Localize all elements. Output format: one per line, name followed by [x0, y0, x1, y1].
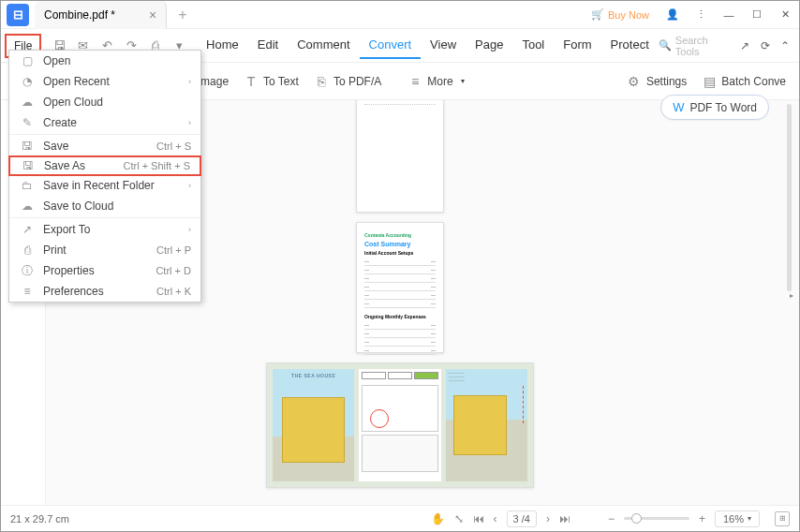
chevron-right-icon: ›: [188, 225, 191, 234]
add-tab-button[interactable]: +: [178, 7, 186, 23]
batch-conve-icon: ▤: [702, 74, 717, 89]
pdf-to-word-label: PDF To Word: [689, 101, 757, 114]
menu-home[interactable]: Home: [197, 32, 248, 59]
next-page-button[interactable]: ›: [546, 512, 550, 525]
tool-more[interactable]: ≡More▾: [402, 70, 469, 93]
file-menu-open[interactable]: ▢Open: [9, 51, 200, 71]
menu-protect[interactable]: Protect: [601, 32, 659, 59]
to-text-icon: T: [244, 74, 259, 89]
tool-to-text[interactable]: TTo Text: [238, 70, 304, 93]
prev-page-button[interactable]: ‹: [494, 512, 497, 525]
title-bar: ⊟ Combine.pdf * × + 🛒 Buy Now 👤 ⋮ — ☐ ✕: [1, 1, 799, 29]
document-tab[interactable]: Combine.pdf * ×: [35, 1, 167, 29]
menu-form[interactable]: Form: [554, 32, 600, 59]
tool-settings[interactable]: ⚙Settings: [621, 70, 692, 93]
scroll-indicator-icon: ▸: [790, 291, 793, 300]
open-new-icon[interactable]: ↗: [734, 35, 755, 57]
tool-to-pdf-a[interactable]: ⎘To PDF/A: [308, 70, 387, 93]
menu-item-label: Open: [43, 54, 191, 67]
file-menu-preferences[interactable]: ≡PreferencesCtrl + K: [9, 281, 200, 302]
menu-item-label: Properties: [43, 264, 156, 277]
zoom-slider[interactable]: [624, 517, 689, 520]
file-menu-save-in-recent-folder[interactable]: 🗀Save in Recent Folder›: [9, 175, 200, 196]
fit-page-button[interactable]: ⊞: [775, 511, 790, 526]
zoom-value-select[interactable]: 16% ▾: [715, 510, 760, 527]
pdf-to-word-button[interactable]: W PDF To Word: [660, 95, 769, 120]
buy-now-button[interactable]: 🛒 Buy Now: [591, 8, 649, 21]
menu-item-label: Save As: [44, 159, 123, 172]
cloud-sync-icon[interactable]: ⟳: [755, 35, 776, 57]
menu-item-label: Preferences: [43, 285, 156, 298]
minimize-button[interactable]: —: [715, 1, 743, 29]
page2-section2: Ongoing Monthly Expenses: [364, 314, 436, 319]
tool-label: To Text: [263, 75, 299, 88]
to-pdf-a-icon: ⎘: [314, 74, 329, 89]
collapse-ribbon-icon[interactable]: ⌃: [775, 35, 795, 57]
menu-item-label: Open Recent: [43, 75, 188, 88]
file-menu-export-to[interactable]: ↗Export To›: [9, 219, 200, 240]
file-menu-properties[interactable]: ⓘPropertiesCtrl + D: [9, 260, 200, 281]
zoom-value: 16%: [723, 513, 744, 525]
keyboard-shortcut: Ctrl + S: [156, 140, 191, 152]
hand-tool-icon[interactable]: ✋: [431, 512, 445, 525]
tool-batch-conve[interactable]: ▤Batch Conve: [696, 70, 792, 93]
current-page: 3: [513, 513, 519, 525]
file-dropdown-menu: ▢Open◔Open Recent›☁Open Cloud✎Create›🖫Sa…: [8, 50, 201, 303]
properties-icon: ⓘ: [19, 263, 36, 279]
kebab-icon[interactable]: ⋮: [687, 1, 715, 29]
last-page-button[interactable]: ⏭: [559, 512, 570, 525]
page2-title: Cost Summary: [364, 241, 436, 247]
menu-convert[interactable]: Convert: [360, 32, 422, 59]
maximize-button[interactable]: ☐: [743, 1, 771, 29]
menu-item-label: Print: [43, 244, 156, 257]
file-menu-save-as[interactable]: 🖫Save AsCtrl + Shift + S: [8, 155, 201, 176]
zoom-thumb[interactable]: [631, 513, 642, 524]
user-icon[interactable]: 👤: [659, 1, 687, 29]
total-pages: /4: [522, 513, 530, 525]
menu-edit[interactable]: Edit: [248, 32, 288, 59]
buy-now-label: Buy Now: [608, 9, 649, 21]
tab-title: Combine.pdf *: [44, 8, 115, 22]
file-menu-save[interactable]: 🖫SaveCtrl + S: [9, 136, 200, 156]
menu-item-label: Create: [43, 116, 188, 129]
menu-item-label: Open Cloud: [43, 96, 191, 109]
export-to-icon: ↗: [19, 223, 36, 236]
save-in-recent-folder-icon: 🗀: [19, 179, 36, 192]
file-menu-save-to-cloud[interactable]: ☁Save to Cloud: [9, 196, 200, 216]
close-window-button[interactable]: ✕: [771, 1, 799, 29]
zoom-in-button[interactable]: +: [699, 512, 705, 525]
file-menu-print[interactable]: ⎙PrintCtrl + P: [9, 240, 200, 260]
menu-tool[interactable]: Tool: [512, 32, 554, 59]
page-indicator[interactable]: 3 /4: [507, 510, 537, 527]
first-page-button[interactable]: ⏮: [473, 512, 484, 525]
menu-comment[interactable]: Comment: [288, 32, 359, 59]
file-menu-open-recent[interactable]: ◔Open Recent›: [9, 71, 200, 92]
close-tab-icon[interactable]: ×: [149, 7, 156, 22]
status-bar: 21 x 29.7 cm ✋ ⤡ ⏮ ‹ 3 /4 › ⏭ − + 16% ▾ …: [1, 505, 799, 531]
select-tool-icon[interactable]: ⤡: [454, 512, 464, 525]
page-dimensions: 21 x 29.7 cm: [10, 513, 69, 525]
cart-icon: 🛒: [591, 8, 604, 21]
save-to-cloud-icon: ☁: [19, 200, 36, 213]
settings-icon: ⚙: [627, 74, 642, 89]
file-menu-open-cloud[interactable]: ☁Open Cloud: [9, 92, 200, 112]
search-icon: 🔍: [659, 39, 672, 52]
tool-label: More: [427, 75, 452, 88]
open-icon: ▢: [19, 54, 36, 67]
menu-view[interactable]: View: [421, 32, 466, 59]
zoom-out-button[interactable]: −: [608, 512, 615, 525]
search-tools[interactable]: 🔍 Search Tools: [659, 35, 727, 57]
chevron-right-icon: ›: [188, 77, 191, 86]
tool-label: Settings: [646, 75, 687, 88]
file-menu-create[interactable]: ✎Create›: [9, 112, 200, 133]
page-thumbnail-3[interactable]: THE SEA HOUSE ────────────────────────: [266, 362, 534, 488]
menu-page[interactable]: Page: [466, 32, 512, 59]
vertical-scrollbar[interactable]: [787, 104, 792, 291]
page-thumbnail-1[interactable]: [356, 100, 444, 213]
menu-item-label: Save: [43, 140, 156, 153]
menu-item-label: Save in Recent Folder: [43, 179, 188, 192]
tool-label: Batch Conve: [721, 75, 786, 88]
keyboard-shortcut: Ctrl + K: [156, 286, 191, 297]
chevron-down-icon: ▾: [748, 514, 751, 523]
page-thumbnail-2[interactable]: Contesta Accounting Cost Summary Initial…: [356, 222, 444, 353]
